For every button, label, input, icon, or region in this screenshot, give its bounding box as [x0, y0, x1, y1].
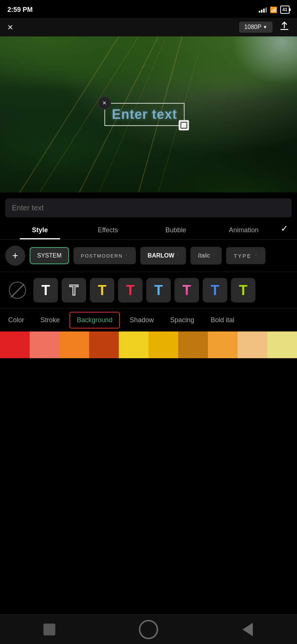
- navigation-bar: [0, 614, 297, 644]
- signal-icon: [259, 7, 267, 13]
- subtab-spacing[interactable]: Spacing: [162, 310, 202, 331]
- nav-stop-button[interactable]: [38, 618, 61, 641]
- back-icon: [242, 623, 253, 636]
- subtab-bold-italic[interactable]: Bold ital: [202, 310, 242, 331]
- resize-handle[interactable]: [179, 120, 189, 130]
- status-time: 2:59 PM: [7, 6, 33, 14]
- subtabs-row: Color Stroke Background Shadow Spacing B…: [0, 308, 297, 331]
- style-yellow-button[interactable]: T: [90, 278, 114, 302]
- close-button[interactable]: ×: [7, 22, 13, 32]
- subtab-color[interactable]: Color: [0, 310, 32, 331]
- nav-home-button[interactable]: [137, 618, 160, 641]
- color-palette: [0, 331, 297, 358]
- wifi-icon: 📶: [270, 6, 277, 13]
- resolution-button[interactable]: 1080P ▼: [239, 22, 272, 33]
- subtab-stroke[interactable]: Stroke: [32, 310, 68, 331]
- home-icon: [139, 620, 158, 639]
- delete-text-button[interactable]: ×: [98, 96, 111, 110]
- color-swatch-7[interactable]: [208, 331, 238, 358]
- tabs-row: Style Effects Bubble Animation ✓: [0, 217, 297, 240]
- tab-bubble[interactable]: Bubble: [142, 223, 210, 239]
- subtab-shadow[interactable]: Shadow: [121, 310, 162, 331]
- color-swatch-4[interactable]: [119, 331, 148, 358]
- color-swatch-9[interactable]: [267, 331, 297, 358]
- status-icons: 📶 41: [259, 6, 290, 14]
- stop-icon: [43, 624, 55, 635]
- text-overlay-container[interactable]: × Enter text: [104, 103, 185, 126]
- font-postmodern[interactable]: POSTMODERN ↓: [74, 247, 136, 264]
- tab-animation[interactable]: Animation: [210, 223, 278, 239]
- font-type[interactable]: TYPE ↓: [226, 247, 265, 264]
- add-font-button[interactable]: +: [5, 246, 25, 266]
- color-swatch-0[interactable]: [0, 331, 30, 358]
- chevron-down-icon: ▼: [263, 25, 267, 30]
- color-swatch-5[interactable]: [148, 331, 178, 358]
- status-bar: 2:59 PM 📶 41: [0, 0, 297, 18]
- font-italic[interactable]: Italic ↓: [190, 247, 222, 264]
- color-swatch-2[interactable]: [59, 331, 89, 358]
- color-swatch-3[interactable]: [89, 331, 119, 358]
- video-preview: × Enter text: [0, 36, 297, 192]
- style-red-gradient-button[interactable]: T: [118, 278, 143, 302]
- color-swatch-1[interactable]: [30, 331, 59, 358]
- subtab-background[interactable]: Background: [69, 312, 120, 329]
- svg-line-0: [20, 36, 119, 192]
- battery-icon: 41: [280, 6, 290, 14]
- style-blue-outline-button[interactable]: T: [146, 278, 171, 302]
- style-outline-button[interactable]: T: [62, 278, 86, 302]
- font-barlow[interactable]: BARLOW ↓: [140, 247, 186, 264]
- overlay-text: Enter text: [112, 107, 177, 122]
- style-pink-button[interactable]: T: [174, 278, 199, 302]
- tab-style[interactable]: Style: [6, 223, 74, 239]
- confirm-button[interactable]: ✓: [278, 223, 291, 239]
- color-swatch-6[interactable]: [178, 331, 208, 358]
- top-toolbar: × 1080P ▼: [0, 18, 297, 36]
- text-input-area[interactable]: [5, 198, 292, 217]
- style-blue-solid-button[interactable]: T: [203, 278, 227, 302]
- nav-back-button[interactable]: [236, 618, 259, 641]
- tab-effects[interactable]: Effects: [74, 223, 142, 239]
- font-selector-row: + SYSTEM POSTMODERN ↓ BARLOW ↓ Italic ↓ …: [0, 240, 297, 272]
- toolbar-right: 1080P ▼: [239, 21, 290, 33]
- bottom-spacer: [0, 358, 297, 418]
- style-yellow-green-button[interactable]: T: [231, 278, 255, 302]
- text-input-field[interactable]: [12, 204, 285, 212]
- no-style-button[interactable]: [5, 278, 30, 302]
- font-system[interactable]: SYSTEM: [30, 247, 69, 264]
- text-overlay-box[interactable]: × Enter text: [104, 103, 185, 126]
- style-plain-button[interactable]: T: [33, 278, 58, 302]
- color-swatch-8[interactable]: [238, 331, 267, 358]
- upload-button[interactable]: [279, 21, 290, 33]
- style-icons-row: T T T T T T T T: [0, 272, 297, 308]
